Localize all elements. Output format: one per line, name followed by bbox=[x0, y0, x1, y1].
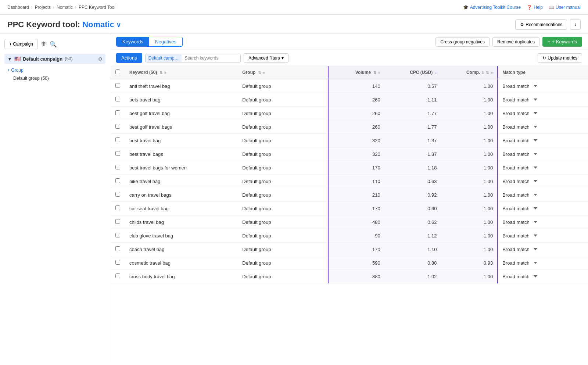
breadcrumb-projects[interactable]: Projects bbox=[35, 5, 51, 10]
cell-volume: 140 bbox=[328, 79, 385, 93]
cpc-sort-icon[interactable]: ↓ bbox=[435, 71, 437, 75]
search-campaign-button[interactable]: 🔍 bbox=[50, 41, 57, 48]
breadcrumb-dashboard[interactable]: Dashboard bbox=[7, 5, 29, 10]
match-type-select[interactable]: Broad match Phrase match Exact match bbox=[502, 83, 538, 89]
cell-cpc: 0.60 bbox=[385, 202, 441, 215]
volume-filter-icon[interactable]: ≡ bbox=[378, 71, 380, 75]
row-checkbox[interactable] bbox=[115, 178, 120, 183]
delete-campaign-button[interactable]: 🗑 bbox=[41, 41, 47, 47]
cross-group-negatives-button[interactable]: Cross-group negatives bbox=[435, 37, 490, 47]
cell-cpc: 1.37 bbox=[385, 134, 441, 147]
row-checkbox[interactable] bbox=[115, 124, 120, 129]
match-type-select[interactable]: Broad match Phrase match Exact match bbox=[502, 179, 538, 184]
row-checkbox[interactable] bbox=[115, 137, 120, 142]
match-type-select[interactable]: Broad match Phrase match Exact match bbox=[502, 138, 538, 143]
row-checkbox[interactable] bbox=[115, 219, 120, 224]
th-keyword: Keyword (50) ⇅ ≡ bbox=[125, 66, 238, 79]
cell-keyword: cosmetic travel bag bbox=[125, 256, 238, 270]
add-group-button[interactable]: + Group bbox=[4, 66, 105, 74]
match-type-select[interactable]: Broad match Phrase match Exact match bbox=[502, 111, 538, 116]
match-type-select[interactable]: Broad match Phrase match Exact match bbox=[502, 151, 538, 157]
breadcrumb-nomatic[interactable]: Nomatic bbox=[57, 5, 73, 10]
campaign-item[interactable]: ▼ 🇺🇸 Default campaign (50) ⚙ bbox=[4, 54, 105, 64]
add-campaign-button[interactable]: + Campaign bbox=[4, 39, 38, 49]
th-comp: Comp. ℹ ⇅ ≡ bbox=[441, 66, 498, 79]
comp-sort-icon[interactable]: ⇅ bbox=[486, 71, 489, 75]
table-row: bike travel bag Default group 110 0.63 1… bbox=[110, 175, 588, 188]
page-header: PPC Keyword tool: Nomatic ∨ ⚙ Recommenda… bbox=[0, 15, 588, 34]
flag-icon: 🇺🇸 bbox=[14, 56, 21, 62]
table-row: best travel bags Default group 320 1.37 … bbox=[110, 147, 588, 161]
cell-comp: 1.00 bbox=[441, 107, 498, 120]
cell-group: Default group bbox=[238, 175, 328, 188]
tab-negatives[interactable]: Negatives bbox=[149, 37, 182, 46]
cell-comp: 1.00 bbox=[441, 270, 498, 283]
volume-sort-icon[interactable]: ⇅ bbox=[373, 71, 376, 75]
campaign-settings-icon[interactable]: ⚙ bbox=[98, 56, 103, 62]
table-row: best golf travel bag Default group 260 1… bbox=[110, 107, 588, 120]
row-checkbox-cell bbox=[110, 215, 125, 229]
match-type-select[interactable]: Broad match Phrase match Exact match bbox=[502, 247, 538, 252]
advanced-filters-button[interactable]: Advanced filters ▾ bbox=[244, 53, 288, 63]
match-type-select[interactable]: Broad match Phrase match Exact match bbox=[502, 274, 538, 279]
row-checkbox[interactable] bbox=[115, 151, 120, 156]
brand-chevron-icon[interactable]: ∨ bbox=[114, 21, 121, 29]
cell-keyword: best golf travel bag bbox=[125, 107, 238, 120]
tab-keywords[interactable]: Keywords bbox=[116, 37, 149, 46]
remove-duplicates-button[interactable]: Remove duplicates bbox=[492, 37, 539, 47]
user-manual-link[interactable]: 📖 User manual bbox=[549, 5, 581, 10]
row-checkbox-cell bbox=[110, 79, 125, 93]
cell-keyword: bike travel bag bbox=[125, 175, 238, 188]
table-row: beis travel bag Default group 260 1.11 1… bbox=[110, 93, 588, 107]
row-checkbox[interactable] bbox=[115, 233, 120, 237]
match-type-select[interactable]: Broad match Phrase match Exact match bbox=[502, 192, 538, 198]
cell-group: Default group bbox=[238, 188, 328, 202]
row-checkbox[interactable] bbox=[115, 205, 120, 210]
row-checkbox-cell bbox=[110, 243, 125, 256]
advertising-toolkit-link[interactable]: 🎓 Advertising Toolkit Course bbox=[463, 5, 521, 10]
cell-match-type: Broad match Phrase match Exact match bbox=[498, 120, 588, 134]
row-checkbox[interactable] bbox=[115, 83, 120, 88]
row-checkbox[interactable] bbox=[115, 110, 120, 115]
table-row: cross body travel bag Default group 880 … bbox=[110, 270, 588, 283]
match-type-select[interactable]: Broad match Phrase match Exact match bbox=[502, 219, 538, 225]
cell-comp: 1.00 bbox=[441, 120, 498, 134]
row-checkbox-cell bbox=[110, 270, 125, 283]
row-checkbox[interactable] bbox=[115, 192, 120, 197]
match-type-select[interactable]: Broad match Phrase match Exact match bbox=[502, 97, 538, 103]
export-icon: ↓ bbox=[574, 22, 577, 27]
cell-match-type: Broad match Phrase match Exact match bbox=[498, 229, 588, 243]
update-metrics-button[interactable]: ↻ Update metrics bbox=[538, 53, 582, 63]
match-type-select[interactable]: Broad match Phrase match Exact match bbox=[502, 206, 538, 211]
keyword-sort-icon[interactable]: ⇅ bbox=[159, 71, 162, 75]
recommendations-button[interactable]: ⚙ Recommendations bbox=[515, 19, 567, 30]
match-type-select[interactable]: Broad match Phrase match Exact match bbox=[502, 124, 538, 130]
group-sort-icon[interactable]: ⇅ bbox=[258, 71, 261, 75]
help-link[interactable]: ❓ Help bbox=[527, 5, 543, 10]
select-all-checkbox[interactable] bbox=[115, 69, 120, 74]
cell-comp: 1.00 bbox=[441, 161, 498, 175]
keyword-filter-icon[interactable]: ≡ bbox=[164, 71, 166, 75]
export-button[interactable]: ↓ bbox=[570, 19, 581, 30]
row-checkbox[interactable] bbox=[115, 97, 120, 101]
search-input[interactable] bbox=[182, 54, 240, 62]
row-checkbox-cell bbox=[110, 134, 125, 147]
cell-match-type: Broad match Phrase match Exact match bbox=[498, 79, 588, 93]
row-checkbox[interactable] bbox=[115, 246, 120, 251]
th-match-type: Match type bbox=[498, 66, 588, 79]
sidebar-group-item[interactable]: Default group (50) bbox=[4, 74, 105, 82]
match-type-select[interactable]: Broad match Phrase match Exact match bbox=[502, 233, 538, 239]
match-type-select[interactable]: Broad match Phrase match Exact match bbox=[502, 165, 538, 171]
add-keywords-button[interactable]: + + Keywords bbox=[542, 37, 582, 47]
table-row: car seat travel bag Default group 170 0.… bbox=[110, 202, 588, 215]
match-type-select[interactable]: Broad match Phrase match Exact match bbox=[502, 260, 538, 266]
cell-group: Default group bbox=[238, 107, 328, 120]
cell-cpc: 0.88 bbox=[385, 256, 441, 270]
group-filter-icon[interactable]: ≡ bbox=[263, 71, 265, 75]
row-checkbox[interactable] bbox=[115, 260, 120, 265]
row-checkbox[interactable] bbox=[115, 273, 120, 278]
comp-filter-icon[interactable]: ≡ bbox=[491, 71, 493, 75]
row-checkbox[interactable] bbox=[115, 165, 120, 169]
cell-comp: 1.00 bbox=[441, 134, 498, 147]
actions-button[interactable]: Actions bbox=[116, 53, 142, 63]
